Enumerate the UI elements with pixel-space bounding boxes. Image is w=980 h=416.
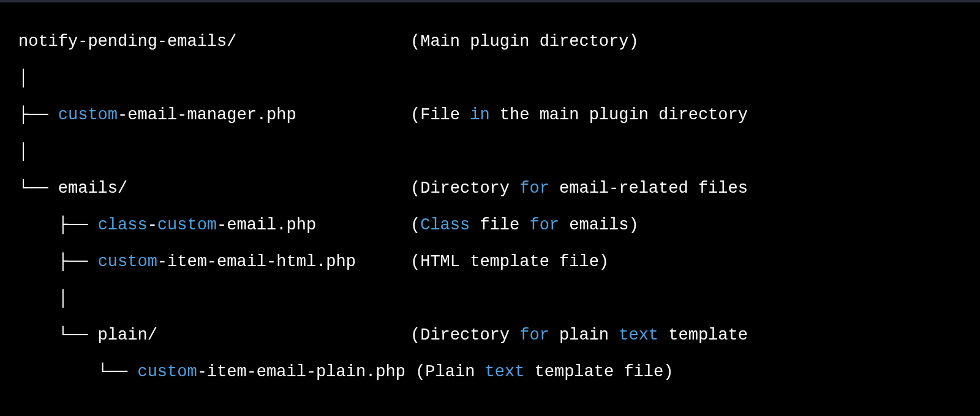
text-segment: -item-email-html.php: [157, 253, 356, 271]
text-segment: text: [485, 363, 525, 381]
text-segment: text: [619, 326, 658, 344]
tree-description: (HTML template file): [410, 254, 609, 270]
tree-line: └── emails/(Directory for email-related …: [18, 180, 980, 217]
tree-path: │: [18, 291, 410, 307]
text-segment: plain: [549, 326, 619, 344]
text-segment: email-related files: [549, 179, 748, 198]
text-segment: file: [470, 216, 529, 234]
tree-path: └── plain/: [18, 327, 410, 344]
tree-description: (File in the main plugin directory: [410, 107, 748, 124]
tree-line: │: [18, 70, 980, 107]
text-segment: -email.php: [217, 216, 316, 234]
text-segment: custom: [137, 363, 197, 381]
text-segment: ├──: [18, 253, 98, 271]
text-segment: (Main plugin directory): [410, 32, 639, 51]
tree-description: (Main plugin directory): [410, 34, 639, 50]
text-segment: (Directory: [410, 326, 519, 344]
directory-tree: notify-pending-emails/(Main plugin direc…: [18, 34, 980, 401]
text-segment: (: [410, 216, 420, 234]
text-segment: custom: [157, 216, 217, 234]
text-segment: for: [519, 326, 549, 344]
tree-line: └── custom-item-email-plain.php (Plain t…: [18, 364, 980, 401]
text-segment: custom: [58, 106, 118, 124]
tree-line: notify-pending-emails/(Main plugin direc…: [18, 34, 980, 70]
text-segment: │: [18, 143, 28, 161]
tree-path: └── emails/: [18, 180, 410, 197]
tree-line: └── plain/(Directory for plain text temp…: [18, 327, 980, 364]
text-segment: (File: [410, 106, 470, 124]
text-segment: the main plugin directory: [490, 106, 748, 124]
text-segment: Class: [420, 216, 470, 234]
text-segment: └── plain/: [18, 326, 157, 344]
text-segment: -item-email-plain.php: [197, 363, 415, 381]
tree-path: │: [18, 70, 410, 87]
text-segment: for: [519, 179, 549, 198]
text-segment: class: [98, 216, 148, 234]
tree-line: │: [18, 144, 980, 180]
text-segment: for: [529, 216, 559, 234]
tree-path: ├── custom-email-manager.php: [18, 107, 410, 124]
tree-line: ├── custom-item-email-html.php(HTML temp…: [18, 254, 980, 291]
text-segment: ├──: [18, 216, 98, 234]
text-segment: (Plain: [415, 363, 484, 381]
text-segment: (HTML template file): [410, 253, 609, 271]
text-segment: -email-manager.php: [118, 106, 296, 124]
tree-path: ├── custom-item-email-html.php: [18, 254, 410, 270]
tree-path: │: [18, 144, 410, 160]
text-segment: notify-pending-emails/: [18, 32, 236, 51]
tree-line: │: [18, 291, 980, 327]
tree-path: notify-pending-emails/: [18, 34, 410, 50]
text-segment: template: [658, 326, 748, 344]
text-segment: template file): [524, 363, 673, 381]
tree-description: (Directory for plain text template: [410, 327, 748, 344]
text-segment: │: [18, 69, 28, 87]
text-segment: emails): [559, 216, 639, 234]
text-segment: └──: [18, 363, 137, 381]
tree-description: (Directory for email-related files: [410, 180, 748, 197]
text-segment: ├──: [18, 106, 58, 124]
tree-line: ├── class-custom-email.php(Class file fo…: [18, 217, 980, 254]
tree-description: (Class file for emails): [410, 217, 639, 234]
text-segment: in: [470, 106, 489, 124]
tree-path: ├── class-custom-email.php: [18, 217, 410, 234]
tree-line-content: └── custom-item-email-plain.php (Plain t…: [18, 364, 673, 381]
tree-line: ├── custom-email-manager.php(File in the…: [18, 107, 980, 144]
text-segment: └── emails/: [18, 179, 127, 198]
text-segment: custom: [98, 253, 157, 271]
text-segment: (Directory: [410, 179, 519, 198]
text-segment: -: [148, 216, 157, 234]
text-segment: │: [18, 289, 68, 308]
